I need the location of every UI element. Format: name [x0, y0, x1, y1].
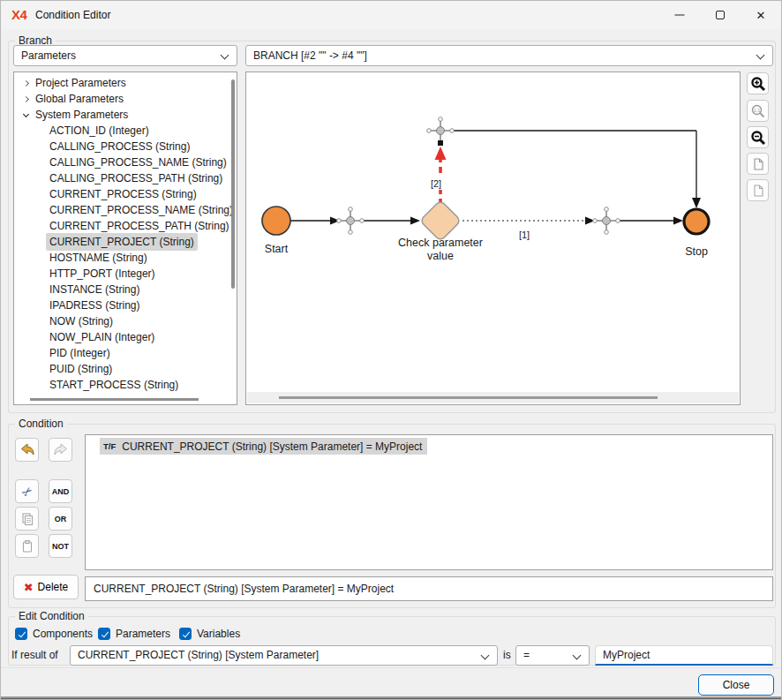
tree-chevron-icon	[19, 97, 32, 102]
close-button[interactable]: Close	[698, 674, 774, 696]
fit-page-button[interactable]	[747, 153, 769, 175]
close-window-button[interactable]: ✕	[741, 1, 781, 29]
tree-item[interactable]: CALLING_PROCESS_NAME (String)	[14, 154, 237, 170]
filter-checkbox[interactable]: Parameters	[98, 628, 170, 640]
copy-button[interactable]	[15, 507, 39, 531]
tree-chevron-icon	[34, 129, 46, 133]
delete-button[interactable]: ✖ Delete	[13, 575, 79, 599]
connector-node[interactable]	[427, 117, 455, 140]
maximize-button[interactable]	[700, 1, 741, 29]
operand-dropdown[interactable]: CURRENT_PROJECT (String) [System Paramet…	[70, 645, 498, 666]
condition-list-item[interactable]: T/F CURRENT_PROJECT (String) [System Par…	[100, 438, 427, 455]
checkbox-check-icon	[179, 628, 192, 640]
delete-x-icon: ✖	[24, 581, 34, 594]
tree-item[interactable]: START_PROCESS (String)	[14, 377, 237, 393]
stop-node-label: Stop	[685, 245, 708, 258]
minimize-button[interactable]	[659, 1, 700, 29]
edge-connector-to-decision[interactable]	[362, 217, 420, 225]
window-title: Condition Editor	[35, 9, 110, 21]
not-operator-button[interactable]: NOT	[49, 534, 72, 558]
branch-value: BRANCH [#2 "" -> #4 ""]	[253, 49, 367, 62]
condition-list[interactable]: T/F CURRENT_PROJECT (String) [System Par…	[85, 434, 773, 570]
fit-width-button[interactable]	[747, 179, 769, 201]
tree-chevron-icon	[34, 208, 46, 213]
cut-button[interactable]: ✂	[15, 479, 39, 503]
diagram-horizontal-scrollbar[interactable]	[247, 392, 739, 403]
decision-node[interactable]	[420, 200, 462, 242]
and-operator-button[interactable]: AND	[49, 479, 72, 503]
filter-checkbox[interactable]: Components	[15, 628, 93, 640]
tree-item[interactable]: NOW (String)	[14, 313, 237, 329]
tree-chevron-icon	[34, 161, 46, 165]
tree-item[interactable]: Project Parameters	[14, 75, 237, 91]
tree-item[interactable]: CURRENT_PROCESS (String)	[14, 186, 237, 202]
fit-width-icon	[751, 184, 765, 198]
start-node[interactable]	[262, 207, 290, 235]
x4-logo: X4	[11, 7, 26, 22]
tree-item[interactable]: CURRENT_PROCESS_PATH (String)	[14, 218, 237, 234]
tree-item[interactable]: CURRENT_PROCESS_NAME (String)	[14, 202, 237, 218]
decision-node-label-line1: Check parameter	[398, 237, 483, 249]
tree-item[interactable]: Global Parameters	[14, 91, 237, 107]
stop-node[interactable]	[684, 209, 709, 234]
tree-chevron-icon	[34, 256, 46, 260]
parameter-type-value: Parameters	[21, 49, 76, 62]
paste-icon	[20, 539, 34, 553]
delete-label: Delete	[38, 581, 69, 593]
branch-dropdown[interactable]: BRANCH [#2 "" -> #4 ""]	[245, 45, 773, 66]
edge-start-to-connector[interactable]	[290, 217, 340, 225]
tree-item[interactable]: INSTANCE (String)	[14, 282, 237, 297]
tree-horizontal-scrollbar[interactable]	[30, 398, 199, 401]
if-result-of-label: If result of	[11, 645, 58, 666]
tree-item[interactable]: HOSTNAME (String)	[14, 250, 237, 266]
tree-item[interactable]: PUID (String)	[14, 361, 237, 377]
tree-item[interactable]: CALLING_PROCESS_PATH (String)	[14, 170, 237, 186]
operator-dropdown[interactable]: =	[515, 645, 590, 666]
tree-chevron-icon	[34, 224, 46, 229]
tree-item[interactable]: IPADRESS (String)	[14, 297, 237, 313]
scissors-icon: ✂	[19, 483, 35, 501]
connector-node[interactable]	[593, 207, 620, 235]
zoom-actual-size-icon: 1:1	[750, 103, 766, 119]
tree-item[interactable]: System Parameters	[14, 107, 237, 123]
parameter-tree[interactable]: Project Parameters Global Parameters Sys…	[13, 72, 237, 405]
true-false-badge-icon: T/F	[103, 441, 116, 451]
tree-item[interactable]: ACTION_ID (Integer)	[14, 123, 237, 139]
comparison-value-input[interactable]	[595, 645, 773, 666]
edge-branch1[interactable]	[462, 217, 595, 225]
edge-branch2-selected[interactable]	[435, 140, 447, 208]
undo-button[interactable]	[15, 438, 39, 462]
tree-item[interactable]: CALLING_PROCESS (String)	[14, 139, 237, 154]
or-operator-button[interactable]: OR	[49, 507, 72, 531]
fit-page-icon	[751, 157, 765, 171]
tree-item[interactable]: CURRENT_PROJECT (String)	[14, 234, 237, 250]
tree-chevron-icon	[34, 335, 46, 340]
zoom-actual-size-button[interactable]: 1:1	[747, 100, 769, 122]
process-diagram-canvas[interactable]: [2] [1]	[245, 72, 741, 405]
is-label: is	[503, 645, 511, 666]
tree-item[interactable]: NOW_PLAIN (Integer)	[14, 329, 237, 345]
parameter-type-dropdown[interactable]: Parameters	[13, 45, 237, 66]
redo-button[interactable]	[49, 438, 72, 462]
zoom-out-button[interactable]	[747, 126, 769, 148]
close-button-label: Close	[723, 679, 750, 691]
tree-chevron-icon	[34, 383, 46, 388]
redo-icon	[52, 441, 70, 459]
edge-label-branch1: [1]	[519, 230, 530, 240]
edge-connector-to-stop[interactable]	[618, 217, 683, 225]
zoom-in-button[interactable]	[747, 72, 769, 94]
tree-item[interactable]: PID (Integer)	[14, 345, 237, 361]
connector-node[interactable]	[337, 207, 365, 235]
tree-chevron-icon	[34, 367, 46, 372]
edge-branch2-route[interactable]	[452, 131, 701, 208]
tree-chevron-icon	[19, 81, 32, 86]
edge-label-branch2: [2]	[431, 178, 441, 189]
tree-item[interactable]: HTTP_PORT (Integer)	[14, 266, 237, 282]
filter-checkbox[interactable]: Variables	[179, 628, 240, 640]
paste-button[interactable]	[15, 534, 39, 558]
tree-vertical-scrollbar[interactable]	[231, 79, 235, 289]
copy-icon	[20, 512, 34, 526]
condition-summary-field: CURRENT_PROJECT (String) [System Paramet…	[85, 576, 773, 601]
tree-chevron-icon	[34, 304, 46, 308]
tree-chevron-icon	[34, 320, 46, 324]
